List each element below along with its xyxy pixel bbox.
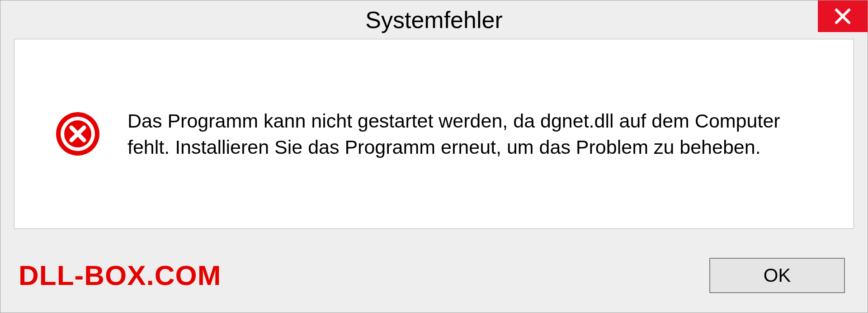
error-icon bbox=[55, 111, 100, 156]
content-panel: Das Programm kann nicht gestartet werden… bbox=[14, 39, 854, 229]
titlebar: Systemfehler bbox=[0, 0, 868, 39]
dialog-title: Systemfehler bbox=[365, 6, 502, 33]
ok-button-label: OK bbox=[764, 265, 791, 286]
watermark-text: DLL-BOX.COM bbox=[19, 259, 221, 291]
error-dialog: Systemfehler Das Programm kann nicht ges… bbox=[0, 0, 868, 313]
ok-button[interactable]: OK bbox=[709, 258, 845, 293]
close-button[interactable] bbox=[818, 0, 868, 32]
error-message: Das Programm kann nicht gestartet werden… bbox=[127, 108, 826, 160]
dialog-footer: DLL-BOX.COM OK bbox=[0, 238, 868, 313]
close-icon bbox=[834, 7, 852, 25]
